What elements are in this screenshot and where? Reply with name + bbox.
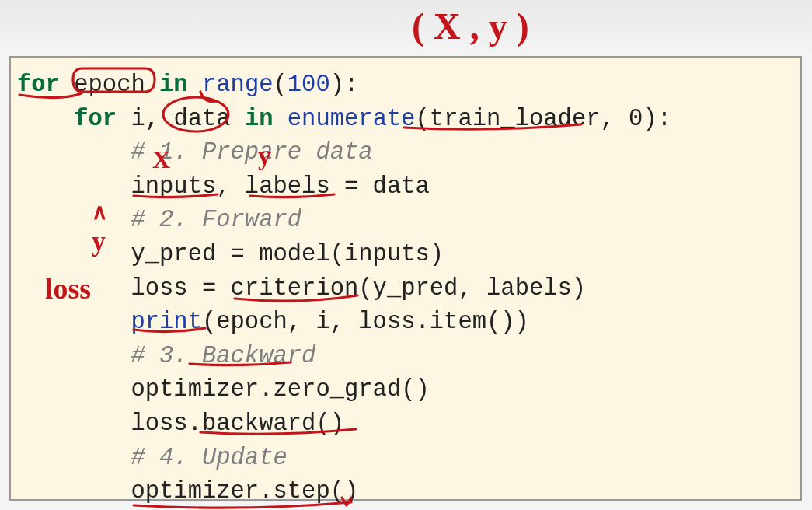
paren: ( — [274, 72, 288, 98]
indent12 — [17, 445, 131, 471]
num-100: 100 — [288, 72, 330, 98]
kw-for: for — [17, 72, 60, 98]
indent9 — [17, 343, 131, 369]
fn-range: range — [202, 72, 274, 98]
cmt-update: # 4. Update — [131, 445, 287, 471]
id-epoch: epoch — [74, 72, 145, 98]
code-block: for epoch in range(100): for i, data in … — [9, 56, 802, 501]
line-loss-post: (y_pred, labels) — [358, 275, 586, 302]
indent8 — [17, 309, 131, 335]
id-data: data — [173, 106, 230, 132]
indent13 — [17, 478, 131, 505]
indent10 — [17, 376, 131, 403]
kw-in2: in — [231, 106, 288, 132]
cmt-forward: # 2. Forward — [131, 207, 301, 233]
rest2: , 0): — [601, 106, 672, 132]
id-i: i, — [131, 106, 173, 132]
indent5 — [17, 207, 131, 233]
indent11 — [17, 410, 131, 437]
id-criterion: criterion — [231, 275, 359, 302]
code-content: for epoch in range(100): for i, data in … — [17, 68, 794, 509]
fn-enumerate: enumerate — [288, 106, 416, 132]
paren2: ( — [416, 106, 430, 132]
cmt-prepare: # 1. Prepare data — [131, 139, 372, 166]
line-print-post: (epoch, i, loss.item()) — [202, 309, 529, 335]
line-inputs-labels: inputs, labels = data — [131, 173, 429, 200]
fn-print: print — [131, 309, 202, 335]
indent3 — [17, 139, 131, 166]
kw-for2: for — [74, 106, 117, 132]
paren-close: ): — [330, 72, 359, 98]
line-zerograd: optimizer.zero_grad() — [131, 376, 429, 403]
cmt-backward: # 3. Backward — [131, 343, 315, 369]
line-backward: loss.backward() — [131, 410, 344, 437]
line-step: optimizer.step() — [131, 478, 358, 505]
indent6 — [17, 241, 131, 267]
indent7 — [17, 275, 131, 302]
top-gradient-bar — [0, 0, 812, 56]
indent — [17, 106, 74, 132]
indent4 — [17, 173, 131, 200]
line-loss-pre: loss = — [131, 275, 230, 302]
kw-in: in — [159, 72, 188, 98]
line-ypred: y_pred = model(inputs) — [131, 241, 444, 267]
id-trainloader: train_loader — [430, 106, 601, 132]
